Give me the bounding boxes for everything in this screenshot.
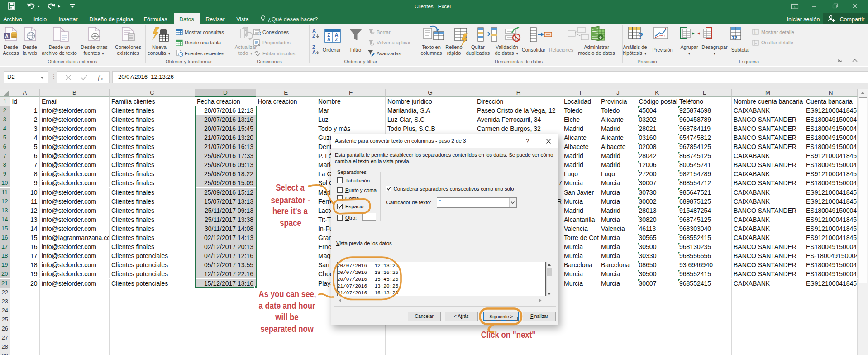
svg-text:−: − <box>755 42 757 46</box>
svg-text:x: x <box>100 76 103 81</box>
svg-text:?: ? <box>638 31 643 41</box>
svg-text:12: 12 <box>732 35 737 40</box>
svg-text:Z: Z <box>335 37 338 42</box>
svg-text:f: f <box>98 74 100 81</box>
svg-text:+: + <box>755 31 757 35</box>
svg-text:A: A <box>5 33 9 38</box>
